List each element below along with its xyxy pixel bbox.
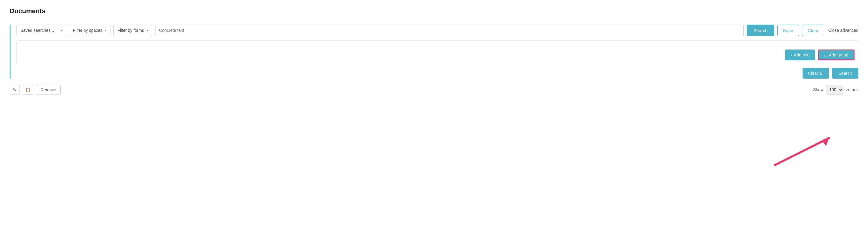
refresh-icon: ↻ [13,87,17,92]
show-label: Show [813,87,824,92]
svg-line-0 [775,138,829,165]
concrete-text-input[interactable] [155,25,744,36]
filter-by-spaces-label: Filter by spaces [73,28,102,33]
bottom-actions-row: Clear all Search [17,68,858,78]
saved-searches-chevron-icon[interactable]: ▾ [58,25,66,36]
svg-marker-1 [822,138,829,146]
refresh-button[interactable]: ↻ [10,85,20,95]
clear-all-button[interactable]: Clear all [803,68,829,78]
remove-button[interactable]: Remove [36,85,61,95]
filter-by-spaces-dropdown[interactable]: Filter by spaces ▾ [69,25,111,36]
rules-area: + Add rule ⊕ Add group [17,40,858,64]
show-entries-control: Show 100 25 50 200 entries [813,85,858,95]
add-group-button[interactable]: ⊕ Add group [818,50,855,60]
clipboard-icon: 📋 [26,87,31,92]
entries-per-page-select[interactable]: 100 25 50 200 [826,85,843,95]
filter-by-forms-label: Filter by forms [117,28,144,33]
entries-label: entries [846,87,858,92]
filter-row: Saved searches... ▾ Filter by spaces ▾ F… [17,25,858,36]
page-title: Documents [10,7,858,15]
add-rule-button[interactable]: + Add rule [785,50,815,60]
search-button[interactable]: Search [747,25,774,36]
advanced-panel: Saved searches... ▾ Filter by spaces ▾ F… [10,25,858,78]
saved-searches-dropdown[interactable]: Saved searches... ▾ [17,25,66,36]
save-button[interactable]: Save [777,25,799,36]
filter-by-spaces-chevron-icon: ▾ [105,29,106,32]
rules-buttons-container: + Add rule ⊕ Add group [785,50,855,60]
clipboard-button[interactable]: 📋 [23,85,33,95]
search-bottom-button[interactable]: Search [832,68,858,78]
filter-by-forms-chevron-icon: ▾ [147,29,148,32]
table-controls-row: ↻ 📋 Remove Show 100 25 50 200 entries [10,85,858,95]
close-advanced-link[interactable]: Close advanced [828,28,858,33]
arrow-annotation [766,125,844,166]
filter-by-forms-dropdown[interactable]: Filter by forms ▾ [114,25,152,36]
saved-searches-text: Saved searches... [17,28,58,33]
clear-button[interactable]: Clear [802,25,824,36]
